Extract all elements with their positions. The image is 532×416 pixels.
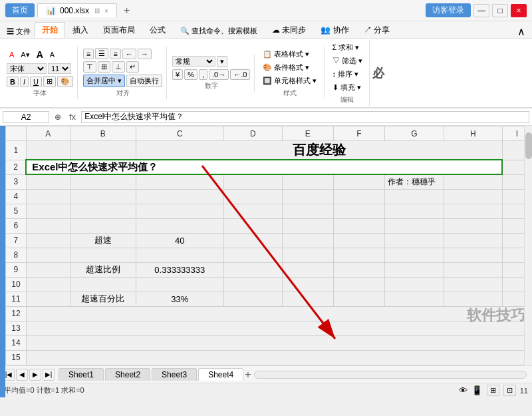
add-tab-button[interactable]: + <box>120 5 134 17</box>
sum-button[interactable]: Σ 求和 ▾ <box>330 41 365 54</box>
sheet-nav-prev[interactable]: ◀ <box>16 369 28 381</box>
file-tab[interactable]: 📊 000.xlsx 🖥 × <box>37 3 117 17</box>
tab-close-icon[interactable]: × <box>104 7 108 15</box>
cell-B4[interactable] <box>70 189 136 204</box>
cell-F7[interactable] <box>333 233 384 248</box>
cell-A7[interactable] <box>26 233 70 248</box>
align-right-button[interactable]: ≡ <box>110 49 120 59</box>
sheet-nav-last[interactable]: ▶| <box>43 369 55 381</box>
cell-H4[interactable] <box>444 189 502 204</box>
status-eye-button[interactable]: 👁 <box>459 385 467 395</box>
cell-E8[interactable] <box>282 248 333 262</box>
cell-E10[interactable] <box>282 277 333 292</box>
cell-C3[interactable] <box>136 174 223 189</box>
cell-D5[interactable] <box>223 204 282 218</box>
table-style-button[interactable]: 📋 表格样式 ▾ <box>260 48 319 61</box>
cell-subtitle[interactable]: Excel中怎么快速求平均值？ <box>26 160 502 174</box>
ribbon-collapse-button[interactable]: ∧ <box>513 25 529 38</box>
formula-input[interactable] <box>81 111 529 123</box>
cell-G7[interactable] <box>384 233 444 248</box>
cell-A4[interactable] <box>26 189 70 204</box>
cell-style-button[interactable]: 🔲 单元格样式 ▾ <box>260 75 319 87</box>
ribbon-tab-collab[interactable]: 👥 协作 <box>313 22 356 38</box>
cell-B11[interactable]: 超速百分比 <box>70 292 136 306</box>
col-header-B[interactable]: B <box>70 126 136 141</box>
cell-G8[interactable] <box>384 248 444 262</box>
cell-A10[interactable] <box>26 277 70 292</box>
cell-reference-input[interactable]: A2 <box>3 111 49 123</box>
ribbon-tab-layout[interactable]: 页面布局 <box>96 22 142 38</box>
align-center-button[interactable]: ☰ <box>95 48 108 59</box>
cell-A8[interactable] <box>26 248 70 262</box>
sheet-nav-next[interactable]: ▶ <box>29 369 41 381</box>
col-header-D[interactable]: D <box>223 126 282 141</box>
horizontal-scroll-track[interactable] <box>254 371 527 379</box>
sheet-tab-sheet1[interactable]: Sheet1 <box>59 368 104 381</box>
cell-C6[interactable] <box>136 218 223 233</box>
italic-button[interactable]: I <box>20 77 29 87</box>
font-size-select[interactable]: 11 <box>48 63 71 74</box>
cell-F8[interactable] <box>333 248 384 262</box>
wrap-text-button[interactable]: ↵ <box>126 61 139 73</box>
cell-E9[interactable] <box>282 262 333 277</box>
minimize-button[interactable]: — <box>473 4 489 17</box>
cell-A9[interactable] <box>26 262 70 277</box>
cell-E6[interactable] <box>282 218 333 233</box>
col-header-C[interactable]: C <box>136 126 223 141</box>
cell-G3[interactable]: 作者：穗穗乎 <box>384 174 444 189</box>
cell-E7[interactable] <box>282 233 333 248</box>
cell-C5[interactable] <box>136 204 223 218</box>
cell-E3[interactable] <box>282 174 333 189</box>
cell-H8[interactable] <box>444 248 502 262</box>
cell-H7[interactable] <box>444 233 502 248</box>
valign-bot-button[interactable]: ⊥ <box>112 61 125 73</box>
ribbon-tab-insert[interactable]: 插入 <box>65 22 96 38</box>
col-header-G[interactable]: G <box>384 126 444 141</box>
cell-G10[interactable] <box>384 277 444 292</box>
highlight-button[interactable]: A▾ <box>18 49 32 61</box>
cell-B1[interactable] <box>70 141 136 160</box>
vertical-scrollbar[interactable] <box>524 126 532 365</box>
cell-F6[interactable] <box>333 218 384 233</box>
cell-title[interactable]: 百度经验 <box>136 141 502 160</box>
cell-C8[interactable] <box>136 248 223 262</box>
user-login-button[interactable]: 访客登录 <box>426 3 471 17</box>
sheet-tab-sheet4[interactable]: Sheet4 <box>198 368 243 381</box>
cell-F4[interactable] <box>333 189 384 204</box>
cell-D3[interactable] <box>223 174 282 189</box>
cell-G11[interactable] <box>384 292 444 306</box>
cell-H10[interactable] <box>444 277 502 292</box>
thousand-sep-button[interactable]: , <box>199 69 207 80</box>
valign-top-button[interactable]: ⊤ <box>83 61 96 73</box>
cond-format-button[interactable]: 🎨 条件格式 ▾ <box>260 61 319 74</box>
cell-G9[interactable] <box>384 262 444 277</box>
decimal-decrease-button[interactable]: ←.0 <box>230 69 250 80</box>
cell-E11[interactable] <box>282 292 333 306</box>
indent-increase-button[interactable]: → <box>138 49 152 59</box>
border-button[interactable]: ⊞ <box>43 76 56 87</box>
cell-H5[interactable] <box>444 204 502 218</box>
cell-A6[interactable] <box>26 218 70 233</box>
cell-E5[interactable] <box>282 204 333 218</box>
cell-D4[interactable] <box>223 189 282 204</box>
status-phone-button[interactable]: 📱 <box>471 385 483 395</box>
cell-B3[interactable] <box>70 174 136 189</box>
indent-decrease-button[interactable]: ← <box>122 49 136 59</box>
currency-button[interactable]: ¥ <box>172 69 183 80</box>
align-left-button[interactable]: ≡ <box>83 49 94 59</box>
sort-button[interactable]: ↕ 排序 ▾ <box>330 68 365 81</box>
add-sheet-button[interactable]: + <box>245 369 251 381</box>
page-layout-view-button[interactable]: ⊡ <box>503 385 516 396</box>
ribbon-tab-sync[interactable]: ☁ 未同步 <box>265 22 313 38</box>
cell-A11[interactable] <box>26 292 70 306</box>
col-header-H[interactable]: H <box>444 126 502 141</box>
cell-F9[interactable] <box>333 262 384 277</box>
cell-B6[interactable] <box>70 218 136 233</box>
font-size-down[interactable]: A <box>47 49 57 60</box>
normal-view-button[interactable]: ⊞ <box>487 385 499 396</box>
font-size-up[interactable]: A <box>34 48 46 61</box>
cell-D7[interactable] <box>223 233 282 248</box>
expand-formula-button[interactable]: ⊕ <box>52 112 64 122</box>
sheet-scroll-area[interactable]: A B C D E F G H I 1 <box>5 126 532 365</box>
auto-wrap-button[interactable]: 自动换行 <box>126 75 162 87</box>
